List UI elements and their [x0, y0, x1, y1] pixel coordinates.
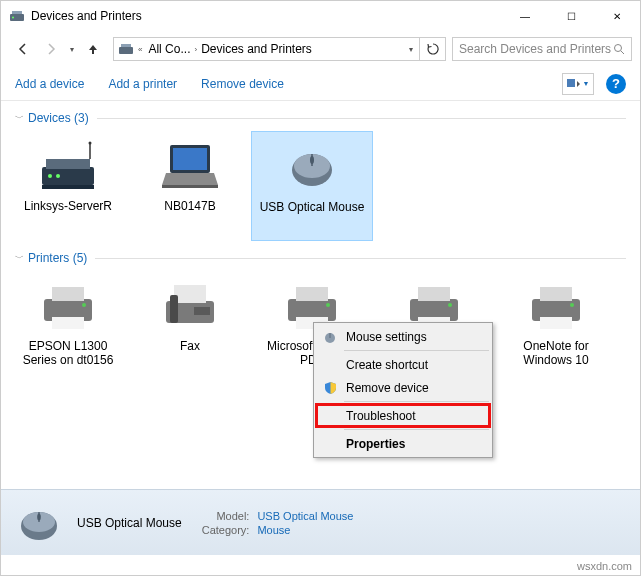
shield-icon: [322, 380, 338, 396]
details-model-value: USB Optical Mouse: [257, 510, 353, 522]
address-dropdown-icon[interactable]: ▾: [403, 45, 419, 54]
device-item-nb0147b[interactable]: NB0147B: [129, 131, 251, 241]
add-device-button[interactable]: Add a device: [15, 77, 84, 91]
address-icon: [118, 41, 134, 57]
svg-point-37: [448, 303, 452, 307]
minimize-button[interactable]: —: [502, 1, 548, 31]
add-printer-button[interactable]: Add a printer: [108, 77, 177, 91]
root-chevron-icon[interactable]: «: [138, 45, 142, 54]
window-title: Devices and Printers: [31, 9, 502, 23]
device-item-linksys[interactable]: Linksys-ServerR: [7, 131, 129, 241]
help-button[interactable]: ?: [606, 74, 626, 94]
laptop-icon: [158, 139, 222, 193]
svg-rect-40: [540, 317, 572, 329]
toolbar: Add a device Add a printer Remove device…: [1, 67, 640, 101]
svg-rect-31: [296, 287, 328, 301]
details-mouse-icon: [11, 500, 67, 546]
chevron-down-icon: ﹀: [15, 252, 24, 265]
svg-point-33: [326, 303, 330, 307]
svg-point-47: [37, 513, 41, 520]
navbar: ▾ « All Co...› Devices and Printers ▾ Se…: [1, 31, 640, 67]
search-icon: [613, 43, 625, 55]
svg-point-25: [82, 303, 86, 307]
svg-rect-3: [119, 47, 133, 54]
mouse-icon: [280, 140, 344, 194]
chevron-down-icon: ﹀: [15, 112, 24, 125]
details-model-label: Model:: [202, 510, 250, 522]
watermark: wsxdn.com: [577, 560, 632, 572]
search-placeholder: Search Devices and Printers: [459, 42, 611, 56]
svg-point-41: [570, 303, 574, 307]
details-name: USB Optical Mouse: [77, 516, 182, 530]
svg-line-6: [621, 51, 624, 54]
content-area: ﹀ Devices (3) Linksys-ServerR NB0147B US…: [1, 101, 640, 499]
view-options-button[interactable]: ▼: [562, 73, 594, 95]
printer-icon: [524, 279, 588, 333]
forward-button[interactable]: [37, 36, 65, 62]
svg-rect-28: [170, 295, 178, 323]
router-icon: [36, 139, 100, 193]
svg-rect-24: [52, 317, 84, 329]
search-input[interactable]: Search Devices and Printers: [452, 37, 632, 61]
svg-rect-27: [174, 285, 206, 303]
fax-icon: [158, 279, 222, 333]
svg-rect-16: [173, 148, 207, 170]
breadcrumb-current[interactable]: Devices and Printers: [199, 42, 314, 56]
device-item-mouse[interactable]: USB Optical Mouse: [251, 131, 373, 241]
titlebar: Devices and Printers — ☐ ✕: [1, 1, 640, 31]
mouse-small-icon: [322, 329, 338, 345]
menu-separator: [344, 350, 489, 351]
menu-create-shortcut[interactable]: Create shortcut: [316, 353, 490, 376]
details-category-label: Category:: [202, 524, 250, 536]
menu-separator: [344, 401, 489, 402]
svg-point-2: [12, 17, 14, 19]
menu-separator: [344, 429, 489, 430]
group-devices-header[interactable]: ﹀ Devices (3): [1, 109, 640, 127]
details-properties: Model: USB Optical Mouse Category: Mouse: [202, 510, 354, 536]
chevron-right-icon: ›: [194, 45, 197, 54]
svg-rect-23: [52, 287, 84, 301]
up-button[interactable]: [79, 36, 107, 62]
svg-rect-14: [42, 185, 94, 189]
svg-rect-4: [121, 44, 131, 47]
svg-point-5: [615, 45, 622, 52]
svg-rect-39: [540, 287, 572, 301]
menu-properties[interactable]: Properties: [316, 432, 490, 455]
address-bar[interactable]: « All Co...› Devices and Printers ▾: [113, 37, 446, 61]
svg-rect-17: [162, 185, 218, 188]
refresh-button[interactable]: [419, 37, 445, 61]
svg-rect-29: [194, 307, 210, 315]
menu-remove-device[interactable]: Remove device: [316, 376, 490, 399]
group-printers-header[interactable]: ﹀ Printers (5): [1, 249, 640, 267]
menu-mouse-settings[interactable]: Mouse settings: [316, 325, 490, 348]
devices-items: Linksys-ServerR NB0147B USB Optical Mous…: [1, 127, 640, 245]
back-button[interactable]: [9, 36, 37, 62]
printer-icon: [36, 279, 100, 333]
menu-troubleshoot[interactable]: Troubleshoot: [316, 404, 490, 427]
close-button[interactable]: ✕: [594, 1, 640, 31]
svg-point-13: [56, 174, 60, 178]
svg-rect-1: [12, 11, 22, 14]
context-menu: Mouse settings Create shortcut Remove de…: [313, 322, 493, 458]
svg-point-21: [310, 156, 314, 164]
recent-dropdown[interactable]: ▾: [65, 36, 79, 62]
remove-device-button[interactable]: Remove device: [201, 77, 284, 91]
svg-rect-7: [567, 79, 575, 87]
svg-point-11: [89, 142, 92, 145]
breadcrumb-parent[interactable]: All Co...›: [146, 42, 199, 56]
maximize-button[interactable]: ☐: [548, 1, 594, 31]
details-pane: USB Optical Mouse Model: USB Optical Mou…: [1, 489, 640, 555]
printer-item-epson[interactable]: EPSON L1300 Series on dt0156: [7, 271, 129, 381]
window-icon: [9, 8, 25, 24]
svg-rect-9: [46, 159, 90, 169]
printer-item-fax[interactable]: Fax: [129, 271, 251, 381]
details-category-value: Mouse: [257, 524, 353, 536]
svg-rect-35: [418, 287, 450, 301]
printer-item-onenote[interactable]: OneNote for Windows 10: [495, 271, 617, 381]
svg-point-12: [48, 174, 52, 178]
